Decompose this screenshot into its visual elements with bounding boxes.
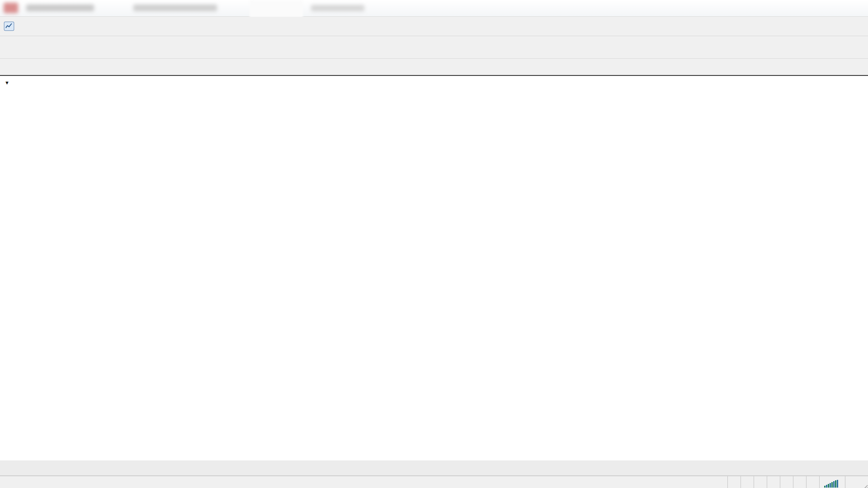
watermark-brand [647,418,661,448]
status-profile[interactable] [727,476,741,488]
status-close [793,476,806,488]
status-high [767,476,780,488]
metatrader-window: ▼ [0,0,868,488]
statusbar [0,476,868,488]
toolbar-drawing [0,59,868,76]
status-low [780,476,793,488]
app-icon [4,21,14,32]
collapse-triangle-icon[interactable]: ▼ [5,80,9,85]
status-bar-time [741,476,754,488]
menubar [0,17,868,36]
status-open [754,476,767,488]
connection-histogram-icon [819,476,845,488]
resize-grip[interactable] [858,476,868,488]
status-help [0,476,727,488]
status-volume [806,476,819,488]
blurred-app-icon [4,3,18,13]
titlebar [0,0,868,17]
chart-tabs [0,460,868,476]
chart-area[interactable]: ▼ [0,76,868,460]
status-connection [845,476,858,488]
toolbar-main [0,36,868,59]
chart-symbol-label: ▼ [5,79,12,86]
blurred-title-text [26,5,94,11]
chart-canvas[interactable] [0,76,868,460]
blurred-title-text [133,5,217,11]
blurred-title-text [311,5,364,11]
